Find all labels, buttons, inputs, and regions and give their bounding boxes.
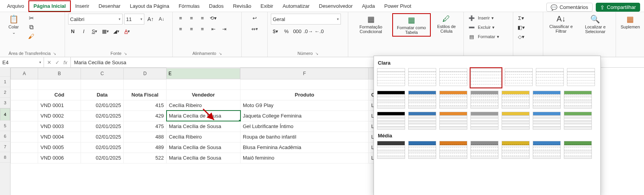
conditional-formatting-button[interactable]: ▦ Formatação Condicional [351,14,390,35]
cell-styles-button[interactable]: 🖊 Estilos de Célula [433,14,460,34]
align-bottom-button[interactable]: ≡ [198,14,207,22]
table-style-thumb[interactable] [408,91,436,109]
launcher-icon[interactable]: ↘ [315,51,318,56]
orientation-button[interactable]: ⟲▾ [209,14,218,22]
table-style-thumb[interactable] [533,112,561,130]
table-style-thumb[interactable] [505,68,533,86]
table-row[interactable]: VND 0004 02/01/2025 488 Cecília Ribeiro … [11,132,400,142]
table-style-thumb[interactable] [377,112,405,130]
decrease-font-button[interactable]: A↓ [157,15,166,23]
delete-button[interactable]: ➖Excluir▾ [467,23,495,32]
addins-button[interactable]: ▦ Suplemen [619,14,642,30]
row-header[interactable]: 1 [0,77,10,87]
align-center-button[interactable]: ≡ [187,25,196,33]
col-header[interactable]: D [124,68,167,79]
tab-desenvolvedor[interactable]: Desenvolvedor [314,1,358,12]
row-header[interactable]: 3 [0,98,10,108]
table-row[interactable]: Cód Data Nota Fiscal Vendedor Produto Có… [11,90,400,100]
name-box[interactable]: E4 ▾ [0,57,44,67]
table-style-thumb[interactable] [408,68,436,86]
table-style-thumb[interactable] [408,112,436,130]
increase-indent-button[interactable]: ⇥ [219,25,229,33]
tab-arquivo[interactable]: Arquivo [2,1,29,12]
col-header[interactable]: B [38,68,81,79]
italic-button[interactable]: I [79,27,88,35]
clear-button[interactable]: ◇▾ [516,32,526,41]
table-style-thumb[interactable] [377,141,405,159]
underline-button[interactable]: S▾ [90,27,99,35]
table-style-thumb[interactable] [439,91,467,109]
align-left-button[interactable]: ≡ [176,25,185,33]
select-all-corner[interactable] [0,68,10,77]
table-style-thumb[interactable] [567,68,595,86]
merge-center-button[interactable]: ⇔▾ [250,25,259,33]
font-name-select[interactable]: Calibri▾ [68,14,123,25]
align-middle-button[interactable]: ≡ [187,14,196,22]
grid[interactable]: A B C D E F G Cód Data Nota [11,68,400,163]
fill-button[interactable]: ◧▾ [516,23,526,32]
number-format-select[interactable]: Geral▾ [271,14,341,25]
col-header[interactable]: F [240,68,369,79]
row-header[interactable]: 6 [0,131,10,142]
tab-inserir[interactable]: Inserir [70,1,94,12]
table-style-thumb[interactable] [564,112,592,130]
share-button[interactable]: ⇪ Compartilhar [596,3,640,12]
table-row[interactable] [11,79,400,90]
col-header[interactable]: A [11,68,38,79]
tab-revisao[interactable]: Revisão [228,1,256,12]
table-style-thumb[interactable] [377,68,405,86]
table-style-thumb[interactable] [470,141,498,159]
wrap-text-button[interactable]: ↩ [250,14,259,22]
cut-button[interactable]: ✂ [26,14,36,22]
table-style-thumb[interactable] [408,141,436,159]
launcher-icon[interactable]: ↘ [124,51,127,56]
format-button[interactable]: ▤Formatar▾ [467,32,499,41]
table-row[interactable]: VND 0001 02/01/2025 415 Cecília Ribeiro … [11,100,400,111]
insert-button[interactable]: ➕Inserir▾ [467,14,494,22]
table-style-thumb[interactable] [377,91,405,109]
tab-dados[interactable]: Dados [204,1,228,12]
tab-layout-pagina[interactable]: Layout da Página [125,1,174,12]
paste-button[interactable]: 📋 Colar ⌄ [3,14,24,36]
table-style-thumb[interactable] [502,141,530,159]
table-style-thumb[interactable] [470,68,502,88]
tab-automatizar[interactable]: Automatizar [278,1,314,12]
launcher-icon[interactable]: ↘ [53,51,56,56]
table-style-thumb[interactable] [533,141,561,159]
table-style-thumb[interactable] [439,112,467,130]
tab-formulas[interactable]: Fórmulas [174,1,204,12]
tab-desenhar[interactable]: Desenhar [94,1,125,12]
table-style-thumb[interactable] [536,68,564,86]
sort-filter-button[interactable]: A↓ Classificar e Filtrar [546,14,576,34]
find-select-button[interactable]: 🔍 Localizar e Selecionar [578,14,612,35]
autosum-button[interactable]: Σ▾ [516,14,526,22]
decrease-indent-button[interactable]: ⇤ [209,25,218,33]
table-row[interactable]: VND 0006 02/01/2025 522 Maria Cecília de… [11,153,400,163]
copy-button[interactable]: ⧉ [26,23,36,32]
table-style-thumb[interactable] [502,91,530,109]
bold-button[interactable]: N [68,27,77,35]
table-row[interactable]: VND 0005 02/01/2025 489 Maria Cecília de… [11,142,400,153]
tab-power-pivot[interactable]: Power Pivot [379,1,416,12]
row-header[interactable]: 4 [0,108,10,121]
cancel-icon[interactable]: ✕ [47,60,51,65]
row-header[interactable]: 7 [0,142,10,152]
font-size-select[interactable]: 11▾ [124,14,144,25]
comma-format-button[interactable]: 000 [293,27,302,35]
fill-color-button[interactable]: ◢▾ [112,27,121,35]
fx-icon[interactable]: fx [63,60,67,65]
table-style-gallery[interactable]: Clara Média [374,56,601,195]
table-style-thumb[interactable] [564,91,592,109]
table-style-thumb[interactable] [439,68,467,86]
enter-icon[interactable]: ✓ [55,60,60,65]
decrease-decimal-button[interactable]: ←.0 [314,27,324,35]
col-header[interactable]: C [81,68,124,79]
table-row[interactable]: VND 0003 02/01/2025 475 Maria Cecília de… [11,121,400,132]
percent-format-button[interactable]: % [282,27,291,35]
table-style-thumb[interactable] [502,112,530,130]
row-header[interactable]: 5 [0,121,10,131]
comments-button[interactable]: 💬 Comentários [546,3,593,12]
row-header[interactable]: 2 [0,87,10,98]
tab-pagina-inicial[interactable]: Página Inicial [29,1,70,12]
borders-button[interactable]: ▦▾ [101,27,110,35]
